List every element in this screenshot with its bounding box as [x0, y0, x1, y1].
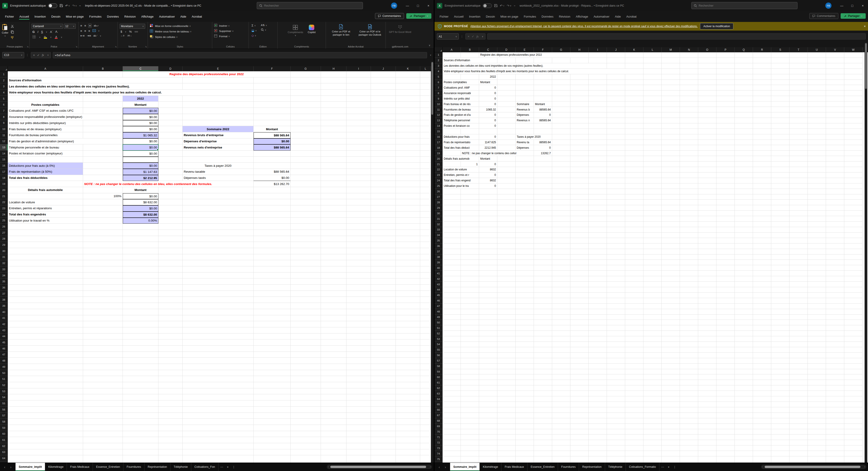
cell[interactable] [371, 211, 396, 218]
cell[interactable] [698, 145, 716, 150]
cell[interactable] [396, 455, 420, 462]
cell[interactable] [346, 260, 371, 266]
cell[interactable] [607, 298, 625, 303]
cell[interactable] [826, 227, 844, 233]
menu-tab-automatiser[interactable]: Automatiser [591, 13, 612, 20]
cell[interactable] [371, 78, 396, 84]
cell[interactable] [753, 123, 771, 129]
cell[interactable] [753, 391, 771, 396]
cell[interactable] [607, 293, 625, 298]
row-header-56[interactable]: 56 [435, 353, 442, 358]
cell[interactable] [8, 333, 83, 340]
cell[interactable] [183, 297, 254, 303]
cell[interactable] [8, 236, 83, 242]
cell[interactable] [662, 315, 680, 320]
cell[interactable] [662, 391, 680, 396]
cell[interactable] [771, 161, 789, 167]
cell[interactable] [735, 134, 753, 140]
cell[interactable] [183, 150, 254, 157]
cell[interactable] [346, 346, 371, 352]
cell[interactable] [420, 388, 431, 394]
cell[interactable] [396, 114, 420, 120]
cell[interactable] [479, 216, 497, 222]
cell[interactable] [607, 195, 625, 200]
cell-B19[interactable]: NOTE : ne pas changer le contenu des cel… [83, 181, 254, 187]
cell[interactable] [534, 222, 552, 227]
cell[interactable] [643, 287, 662, 293]
cell[interactable] [183, 242, 254, 248]
cell[interactable] [716, 293, 735, 298]
prev-sheet-icon[interactable]: ‹ [439, 465, 440, 469]
cell[interactable] [321, 126, 346, 132]
cell[interactable] [716, 85, 735, 90]
cell[interactable] [158, 394, 183, 401]
cell[interactable] [771, 227, 789, 233]
cell[interactable] [643, 52, 662, 58]
cell[interactable] [844, 358, 863, 364]
cell[interactable] [552, 342, 570, 347]
cell[interactable] [589, 358, 607, 364]
cell[interactable] [808, 293, 826, 298]
cell[interactable] [662, 282, 680, 287]
row-header-62[interactable]: 62 [435, 385, 442, 391]
cell[interactable] [570, 276, 589, 282]
cell[interactable] [346, 431, 371, 437]
row-header-7[interactable]: 7 [435, 85, 442, 90]
cell[interactable] [826, 391, 844, 396]
cell[interactable] [753, 189, 771, 195]
cell[interactable] [607, 189, 625, 195]
cell[interactable] [607, 271, 625, 276]
cell[interactable] [716, 320, 735, 325]
cell-A9[interactable]: Intérêts sur prêts déd [442, 96, 479, 101]
cell[interactable] [254, 90, 290, 96]
cell[interactable] [321, 388, 346, 394]
cell[interactable] [643, 156, 662, 161]
cell[interactable] [371, 401, 396, 407]
row-header-5[interactable]: 5 [0, 96, 8, 102]
cell[interactable] [716, 287, 735, 293]
row-header-63[interactable]: 63 [435, 391, 442, 396]
cell[interactable] [771, 303, 789, 309]
menu-tab-formules[interactable]: Formules [522, 13, 538, 20]
cell[interactable] [570, 249, 589, 255]
row-header-30[interactable]: 30 [435, 211, 442, 216]
cell[interactable] [625, 195, 643, 200]
cell[interactable] [8, 71, 83, 78]
fill-button[interactable]: ⬓∨ [251, 29, 257, 32]
cell[interactable] [607, 74, 625, 80]
menu-tab-affichage[interactable]: Affichage [574, 13, 590, 20]
cell[interactable] [396, 71, 420, 78]
cell[interactable] [461, 255, 479, 260]
cell[interactable] [479, 347, 497, 353]
cell[interactable] [371, 285, 396, 291]
cell[interactable] [534, 385, 552, 391]
cell[interactable] [826, 69, 844, 74]
cell[interactable] [789, 211, 808, 216]
cell[interactable] [290, 364, 321, 370]
cell[interactable] [183, 340, 254, 346]
cell[interactable] [346, 291, 371, 297]
cell-E12[interactable]: Dépenses d'entreprise [183, 139, 254, 145]
cell[interactable] [497, 402, 516, 407]
cell[interactable] [570, 161, 589, 167]
row-header-21[interactable]: 21 [435, 161, 442, 167]
cell[interactable] [420, 193, 431, 199]
cell[interactable] [698, 107, 716, 112]
cell[interactable] [771, 364, 789, 369]
cell[interactable] [735, 140, 753, 145]
cell[interactable] [516, 407, 534, 413]
cell[interactable] [771, 358, 789, 364]
cell[interactable] [552, 140, 570, 145]
cell[interactable] [789, 249, 808, 255]
cell[interactable] [321, 83, 346, 90]
cell[interactable] [680, 347, 698, 353]
cell[interactable] [8, 364, 83, 370]
column-header-G[interactable]: G [552, 47, 570, 52]
cell[interactable] [420, 425, 431, 431]
cell[interactable] [158, 199, 183, 205]
cell[interactable] [844, 243, 863, 249]
cell[interactable] [826, 58, 844, 63]
cell[interactable] [420, 126, 431, 132]
cell[interactable] [844, 260, 863, 265]
cell[interactable] [698, 173, 716, 178]
